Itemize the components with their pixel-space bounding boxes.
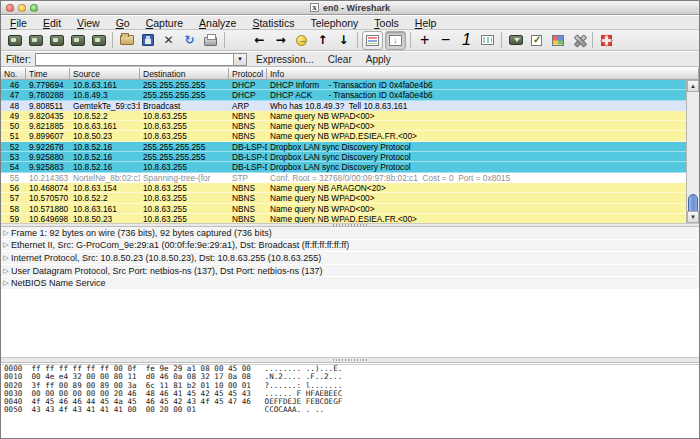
- capture-stop-icon[interactable]: [67, 31, 88, 50]
- cell-proto: NBNS: [229, 183, 267, 193]
- cell-proto: DB-LSP-DI: [229, 142, 267, 152]
- reload-icon[interactable]: ↻: [179, 31, 200, 50]
- display-filters-icon[interactable]: [526, 31, 547, 50]
- menu-capture[interactable]: Capture: [138, 16, 191, 30]
- filter-clear-button[interactable]: Clear: [328, 54, 352, 65]
- detail-row-3[interactable]: ▷User Datagram Protocol, Src Port: netbi…: [1, 265, 699, 277]
- detail-row-2[interactable]: ▷Internet Protocol, Src: 10.8.50.23 (10.…: [1, 252, 699, 264]
- detail-text: Ethernet II, Src: G-ProCom_9e:29:a1 (00:…: [11, 240, 349, 250]
- zoom-100-icon[interactable]: 1: [456, 31, 477, 50]
- scroll-up-icon[interactable]: ▲: [687, 80, 699, 92]
- expander-icon[interactable]: ▷: [1, 254, 11, 262]
- packet-row-50[interactable]: 509.82188510.8.63.16110.8.63.255NBNSName…: [1, 121, 686, 131]
- go-bottom-icon[interactable]: ↓: [333, 31, 354, 50]
- packet-row-58[interactable]: 5810.57188010.8.63.16110.8.63.255NBNSNam…: [1, 204, 686, 214]
- menu-file[interactable]: File: [2, 16, 35, 30]
- capture-filters-icon[interactable]: [505, 31, 526, 50]
- hex-row-0050[interactable]: 0050 43 43 4f 43 41 41 41 00 00 20 00 01…: [4, 406, 699, 414]
- cell-no: 47: [1, 90, 26, 100]
- title-bar[interactable]: X en0 - Wireshark: [1, 1, 699, 15]
- menu-edit[interactable]: Edit: [35, 16, 69, 30]
- expander-icon[interactable]: ▷: [1, 229, 11, 237]
- packet-row-47[interactable]: 479.78028810.8.49.3255.255.255.255DHCPDH…: [1, 90, 686, 100]
- menu-statistics[interactable]: Statistics: [244, 16, 302, 30]
- detail-row-4[interactable]: ▷NetBIOS Name Service: [1, 277, 699, 289]
- cell-src: 10.8.63.161: [70, 80, 140, 90]
- column-header-destination[interactable]: Destination: [140, 68, 229, 79]
- packet-row-48[interactable]: 489.808511GemtekTe_59:c3:baBroadcastARPW…: [1, 101, 686, 111]
- cell-info: DHCP Inform - Transaction ID 0x4fa0e4b6: [267, 80, 686, 90]
- find-packet-icon[interactable]: [228, 31, 249, 50]
- toolbar-separator: [501, 32, 502, 48]
- packet-row-59[interactable]: 5910.64969810.8.50.2310.8.63.255NBNSName…: [1, 214, 686, 223]
- open-file-icon[interactable]: [116, 31, 137, 50]
- print-icon[interactable]: [200, 31, 221, 50]
- close-capture-icon[interactable]: ✕: [158, 31, 179, 50]
- menu-view[interactable]: View: [69, 16, 108, 30]
- colorize-list-icon[interactable]: [362, 31, 383, 50]
- menu-help[interactable]: Help: [407, 16, 445, 30]
- save-file-icon[interactable]: [137, 31, 158, 50]
- details-hex-splitter[interactable]: [1, 357, 699, 363]
- scroll-down-icon[interactable]: ▼: [687, 211, 699, 223]
- cell-time: 10.571880: [26, 204, 70, 214]
- column-header-info[interactable]: Info: [267, 68, 699, 79]
- packet-row-52[interactable]: 529.92267810.8.52.16255.255.255.255DB-LS…: [1, 142, 686, 152]
- cell-proto: DHCP: [229, 80, 267, 90]
- cell-src: 10.8.63.161: [70, 204, 140, 214]
- expander-icon[interactable]: ▷: [1, 279, 11, 287]
- menu-tools[interactable]: Tools: [366, 16, 407, 30]
- packet-row-56[interactable]: 5610.46807410.8.63.15410.8.63.255NBNSNam…: [1, 183, 686, 193]
- column-header-no[interactable]: No.: [1, 68, 26, 79]
- filter-dropdown-button[interactable]: ▼: [233, 54, 246, 65]
- filter-combobox: ▼: [35, 53, 247, 66]
- cell-dst: Broadcast: [140, 101, 229, 111]
- goto-packet-icon[interactable]: [291, 31, 312, 50]
- resize-columns-icon[interactable]: [477, 31, 498, 50]
- capture-restart-icon[interactable]: [88, 31, 109, 50]
- column-header-protocol[interactable]: Protocol: [229, 68, 267, 79]
- menu-telephony[interactable]: Telephony: [302, 16, 366, 30]
- packet-row-49[interactable]: 499.82043510.8.52.210.8.63.255NBNSName q…: [1, 111, 686, 121]
- filter-expression-button[interactable]: Expression...: [256, 54, 314, 65]
- packet-row-53[interactable]: 539.92588010.8.52.16255.255.255.255DB-LS…: [1, 152, 686, 162]
- packet-row-46[interactable]: 469.77969410.8.63.161255.255.255.255DHCP…: [1, 80, 686, 90]
- packet-row-57[interactable]: 5710.57057010.8.52.210.8.63.255NBNSName …: [1, 193, 686, 203]
- toolbar-separator: [224, 32, 225, 48]
- coloring-rules-icon[interactable]: [547, 31, 568, 50]
- column-header-source[interactable]: Source: [70, 68, 140, 79]
- detail-row-0[interactable]: ▷Frame 1: 92 bytes on wire (736 bits), 9…: [1, 227, 699, 239]
- go-top-icon[interactable]: ↑: [312, 31, 333, 50]
- filter-input[interactable]: [36, 54, 233, 65]
- cell-no: 51: [1, 131, 26, 141]
- menu-go[interactable]: Go: [108, 16, 138, 30]
- menu-analyze[interactable]: Analyze: [191, 16, 244, 30]
- expander-icon[interactable]: ▷: [1, 267, 11, 275]
- cell-info: Who has 10.8.49.3? Tell 10.8.63.161: [267, 101, 686, 111]
- cell-time: 9.808511: [26, 101, 70, 111]
- go-forward-icon[interactable]: →: [270, 31, 291, 50]
- column-header-time[interactable]: Time: [26, 68, 70, 79]
- cell-src: 10.8.49.3: [70, 90, 140, 100]
- packet-list-scrollbar[interactable]: ▲ ▼: [686, 80, 699, 223]
- cell-time: 9.925883: [26, 162, 70, 172]
- detail-row-1[interactable]: ▷Ethernet II, Src: G-ProCom_9e:29:a1 (00…: [1, 240, 699, 252]
- hex-dump-pane: 0000 ff ff ff ff ff ff 00 0f fe 9e 29 a1…: [1, 364, 699, 414]
- zoom-in-icon[interactable]: +: [414, 31, 435, 50]
- cell-info: Dropbox LAN sync Discovery Protocol: [267, 162, 686, 172]
- autoscroll-icon[interactable]: [385, 31, 406, 50]
- zoom-out-icon[interactable]: −: [435, 31, 456, 50]
- preferences-icon[interactable]: [568, 31, 589, 50]
- cell-time: 10.570570: [26, 193, 70, 203]
- filter-apply-button[interactable]: Apply: [366, 54, 391, 65]
- capture-start-icon[interactable]: [46, 31, 67, 50]
- capture-options-icon[interactable]: [25, 31, 46, 50]
- help-icon[interactable]: [596, 31, 617, 50]
- expander-icon[interactable]: ▷: [1, 241, 11, 249]
- packet-row-51[interactable]: 519.89960710.8.50.2310.8.63.255NBNSName …: [1, 131, 686, 141]
- cell-info: Conf. Root = 32768/0/00:09:97:8b:02:c1 C…: [267, 173, 686, 183]
- interfaces-icon[interactable]: [4, 31, 25, 50]
- go-back-icon[interactable]: ←: [249, 31, 270, 50]
- packet-row-54[interactable]: 549.92588310.8.52.1610.8.63.255DB-LSP-DI…: [1, 162, 686, 172]
- packet-row-55[interactable]: 5510.214363NortelNe_8b:02:c1Spanning-tre…: [1, 173, 686, 183]
